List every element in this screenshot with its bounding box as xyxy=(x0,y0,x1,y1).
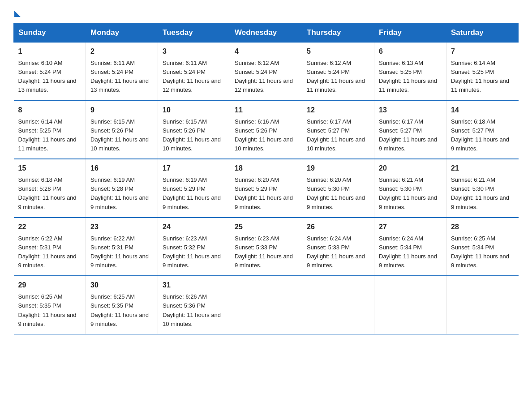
day-number: 22 xyxy=(18,222,82,232)
calendar-cell xyxy=(374,276,446,334)
calendar-cell: 7Sunrise: 6:14 AMSunset: 5:25 PMDaylight… xyxy=(446,42,519,101)
calendar-cell: 27Sunrise: 6:24 AMSunset: 5:34 PMDayligh… xyxy=(374,218,446,276)
calendar-cell: 19Sunrise: 6:20 AMSunset: 5:30 PMDayligh… xyxy=(302,159,374,218)
day-number: 21 xyxy=(451,163,514,174)
day-number: 17 xyxy=(163,163,225,174)
calendar-cell: 21Sunrise: 6:21 AMSunset: 5:30 PMDayligh… xyxy=(446,159,519,218)
day-info: Sunrise: 6:24 AMSunset: 5:33 PMDaylight:… xyxy=(307,234,369,270)
day-info: Sunrise: 6:22 AMSunset: 5:31 PMDaylight:… xyxy=(18,234,82,270)
col-header-wednesday: Wednesday xyxy=(230,24,302,43)
day-info: Sunrise: 6:19 AMSunset: 5:28 PMDaylight:… xyxy=(90,176,153,212)
calendar-cell: 10Sunrise: 6:15 AMSunset: 5:26 PMDayligh… xyxy=(158,101,230,159)
day-number: 25 xyxy=(235,222,297,232)
col-header-monday: Monday xyxy=(86,24,158,43)
day-info: Sunrise: 6:22 AMSunset: 5:31 PMDaylight:… xyxy=(90,234,153,270)
col-header-sunday: Sunday xyxy=(14,24,86,43)
calendar-cell: 25Sunrise: 6:23 AMSunset: 5:33 PMDayligh… xyxy=(230,218,302,276)
day-number: 28 xyxy=(451,222,514,232)
calendar-cell: 8Sunrise: 6:14 AMSunset: 5:25 PMDaylight… xyxy=(14,101,86,159)
calendar-cell: 14Sunrise: 6:18 AMSunset: 5:27 PMDayligh… xyxy=(446,101,519,159)
day-info: Sunrise: 6:10 AMSunset: 5:24 PMDaylight:… xyxy=(18,59,82,95)
calendar-cell xyxy=(230,276,302,334)
day-info: Sunrise: 6:14 AMSunset: 5:25 PMDaylight:… xyxy=(18,117,82,154)
day-number: 20 xyxy=(379,163,442,174)
day-info: Sunrise: 6:16 AMSunset: 5:26 PMDaylight:… xyxy=(235,117,297,154)
calendar-cell: 13Sunrise: 6:17 AMSunset: 5:27 PMDayligh… xyxy=(374,101,446,159)
day-number: 13 xyxy=(379,105,442,116)
calendar-cell xyxy=(446,276,519,334)
day-number: 29 xyxy=(18,280,82,291)
day-info: Sunrise: 6:25 AMSunset: 5:34 PMDaylight:… xyxy=(451,234,514,270)
day-info: Sunrise: 6:23 AMSunset: 5:32 PMDaylight:… xyxy=(163,234,225,270)
calendar-cell: 17Sunrise: 6:19 AMSunset: 5:29 PMDayligh… xyxy=(158,159,230,218)
day-number: 12 xyxy=(307,105,369,116)
day-number: 8 xyxy=(18,105,82,116)
day-number: 23 xyxy=(90,222,153,232)
calendar-cell: 4Sunrise: 6:12 AMSunset: 5:24 PMDaylight… xyxy=(230,42,302,101)
calendar-cell: 9Sunrise: 6:15 AMSunset: 5:26 PMDaylight… xyxy=(86,101,158,159)
day-number: 6 xyxy=(379,46,442,57)
calendar-cell: 12Sunrise: 6:17 AMSunset: 5:27 PMDayligh… xyxy=(302,101,374,159)
day-info: Sunrise: 6:12 AMSunset: 5:24 PMDaylight:… xyxy=(307,59,369,95)
day-number: 5 xyxy=(307,46,369,57)
page-header xyxy=(13,9,519,15)
col-header-thursday: Thursday xyxy=(302,24,374,43)
day-info: Sunrise: 6:21 AMSunset: 5:30 PMDaylight:… xyxy=(379,176,442,212)
calendar-cell: 2Sunrise: 6:11 AMSunset: 5:24 PMDaylight… xyxy=(86,42,158,101)
day-number: 19 xyxy=(307,163,369,174)
day-info: Sunrise: 6:20 AMSunset: 5:30 PMDaylight:… xyxy=(307,176,369,212)
calendar-cell: 26Sunrise: 6:24 AMSunset: 5:33 PMDayligh… xyxy=(302,218,374,276)
calendar-week-2: 8Sunrise: 6:14 AMSunset: 5:25 PMDaylight… xyxy=(14,101,519,159)
calendar-cell: 29Sunrise: 6:25 AMSunset: 5:35 PMDayligh… xyxy=(14,276,86,334)
day-info: Sunrise: 6:24 AMSunset: 5:34 PMDaylight:… xyxy=(379,234,442,270)
calendar-cell: 18Sunrise: 6:20 AMSunset: 5:29 PMDayligh… xyxy=(230,159,302,218)
calendar-cell: 11Sunrise: 6:16 AMSunset: 5:26 PMDayligh… xyxy=(230,101,302,159)
day-number: 24 xyxy=(163,222,225,232)
day-info: Sunrise: 6:11 AMSunset: 5:24 PMDaylight:… xyxy=(163,59,225,95)
calendar-cell: 15Sunrise: 6:18 AMSunset: 5:28 PMDayligh… xyxy=(14,159,86,218)
day-number: 7 xyxy=(451,46,514,57)
day-info: Sunrise: 6:17 AMSunset: 5:27 PMDaylight:… xyxy=(307,117,369,154)
day-number: 16 xyxy=(90,163,153,174)
day-info: Sunrise: 6:14 AMSunset: 5:25 PMDaylight:… xyxy=(451,59,514,95)
day-number: 10 xyxy=(163,105,225,116)
calendar-week-5: 29Sunrise: 6:25 AMSunset: 5:35 PMDayligh… xyxy=(14,276,519,334)
calendar-table: SundayMondayTuesdayWednesdayThursdayFrid… xyxy=(13,23,519,334)
day-info: Sunrise: 6:13 AMSunset: 5:25 PMDaylight:… xyxy=(379,59,442,95)
calendar-cell: 3Sunrise: 6:11 AMSunset: 5:24 PMDaylight… xyxy=(158,42,230,101)
calendar-week-1: 1Sunrise: 6:10 AMSunset: 5:24 PMDaylight… xyxy=(14,42,519,101)
calendar-cell: 30Sunrise: 6:25 AMSunset: 5:35 PMDayligh… xyxy=(86,276,158,334)
day-number: 15 xyxy=(18,163,82,174)
day-number: 4 xyxy=(235,46,297,57)
col-header-tuesday: Tuesday xyxy=(158,24,230,43)
col-header-saturday: Saturday xyxy=(446,24,519,43)
calendar-cell: 6Sunrise: 6:13 AMSunset: 5:25 PMDaylight… xyxy=(374,42,446,101)
calendar-cell xyxy=(302,276,374,334)
day-number: 18 xyxy=(235,163,297,174)
day-info: Sunrise: 6:25 AMSunset: 5:35 PMDaylight:… xyxy=(18,292,82,329)
day-info: Sunrise: 6:20 AMSunset: 5:29 PMDaylight:… xyxy=(235,176,297,212)
col-header-friday: Friday xyxy=(374,24,446,43)
day-number: 3 xyxy=(163,46,225,57)
logo xyxy=(13,9,21,15)
calendar-week-4: 22Sunrise: 6:22 AMSunset: 5:31 PMDayligh… xyxy=(14,218,519,276)
calendar-cell: 31Sunrise: 6:26 AMSunset: 5:36 PMDayligh… xyxy=(158,276,230,334)
day-number: 14 xyxy=(451,105,514,116)
day-info: Sunrise: 6:18 AMSunset: 5:28 PMDaylight:… xyxy=(18,176,82,212)
calendar-cell: 23Sunrise: 6:22 AMSunset: 5:31 PMDayligh… xyxy=(86,218,158,276)
calendar-cell: 16Sunrise: 6:19 AMSunset: 5:28 PMDayligh… xyxy=(86,159,158,218)
day-number: 1 xyxy=(18,46,82,57)
day-number: 9 xyxy=(90,105,153,116)
day-info: Sunrise: 6:21 AMSunset: 5:30 PMDaylight:… xyxy=(451,176,514,212)
day-number: 26 xyxy=(307,222,369,232)
day-info: Sunrise: 6:15 AMSunset: 5:26 PMDaylight:… xyxy=(90,117,153,154)
calendar-cell: 5Sunrise: 6:12 AMSunset: 5:24 PMDaylight… xyxy=(302,42,374,101)
calendar-week-3: 15Sunrise: 6:18 AMSunset: 5:28 PMDayligh… xyxy=(14,159,519,218)
day-info: Sunrise: 6:19 AMSunset: 5:29 PMDaylight:… xyxy=(163,176,225,212)
day-number: 2 xyxy=(90,46,153,57)
day-info: Sunrise: 6:15 AMSunset: 5:26 PMDaylight:… xyxy=(163,117,225,154)
day-info: Sunrise: 6:17 AMSunset: 5:27 PMDaylight:… xyxy=(379,117,442,154)
calendar-cell: 24Sunrise: 6:23 AMSunset: 5:32 PMDayligh… xyxy=(158,218,230,276)
day-number: 31 xyxy=(163,280,225,291)
day-info: Sunrise: 6:12 AMSunset: 5:24 PMDaylight:… xyxy=(235,59,297,95)
